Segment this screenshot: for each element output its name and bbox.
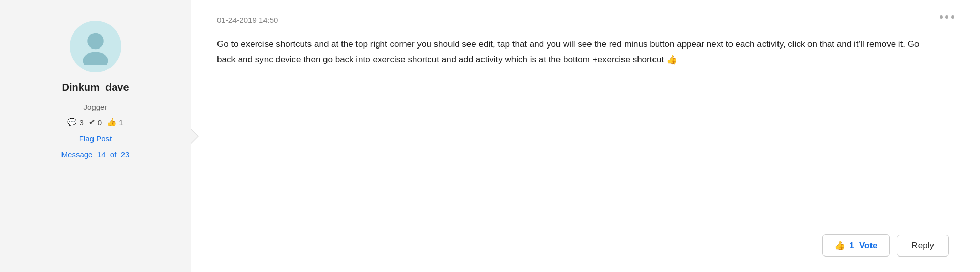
avatar-icon: [77, 28, 114, 65]
vote-count: 1 Vote: [849, 241, 878, 251]
vote-number: 1: [849, 241, 854, 250]
actions-row: 👍 1 Vote Reply: [217, 234, 949, 257]
comment-count: 3: [79, 118, 83, 127]
message-total: 23: [121, 150, 130, 159]
check-stat: ✔ 0: [89, 118, 102, 127]
more-options-button[interactable]: [940, 15, 954, 19]
reply-button[interactable]: Reply: [897, 235, 949, 257]
thumbs-up-icon: 👍: [834, 240, 845, 251]
message-of: of: [110, 150, 117, 159]
svg-point-1: [83, 52, 108, 65]
dot3: [951, 15, 954, 19]
check-count: 0: [98, 118, 102, 127]
avatar: [70, 21, 121, 72]
svg-point-0: [87, 33, 104, 50]
like-stat: 👍 1: [107, 118, 123, 127]
flag-post-link[interactable]: Flag Post: [79, 134, 112, 143]
message-label: Message: [61, 150, 93, 159]
post-content: 01-24-2019 14:50 Go to exercise shortcut…: [191, 0, 980, 272]
check-icon: ✔: [89, 118, 96, 127]
like-count: 1: [119, 118, 123, 127]
sidebar-arrow: [191, 129, 199, 144]
post-timestamp: 01-24-2019 14:50: [217, 15, 949, 24]
user-stats: 💬 3 ✔ 0 👍 1: [67, 118, 123, 127]
user-role: Jogger: [84, 103, 107, 111]
comment-stat: 💬 3: [67, 118, 83, 127]
dot1: [940, 15, 943, 19]
message-number: 14: [97, 150, 106, 159]
vote-label: Vote: [859, 241, 878, 250]
comment-icon: 💬: [67, 118, 77, 127]
like-icon: 👍: [107, 118, 117, 127]
vote-button[interactable]: 👍 1 Vote: [822, 234, 890, 257]
dot2: [945, 15, 948, 19]
user-sidebar: Dinkum_dave Jogger 💬 3 ✔ 0 👍 1 Flag Post…: [0, 0, 191, 272]
post-container: Dinkum_dave Jogger 💬 3 ✔ 0 👍 1 Flag Post…: [0, 0, 980, 272]
username: Dinkum_dave: [61, 82, 129, 93]
post-body: Go to exercise shortcuts and at the top …: [217, 37, 930, 214]
message-info: Message 14 of 23: [61, 150, 130, 159]
